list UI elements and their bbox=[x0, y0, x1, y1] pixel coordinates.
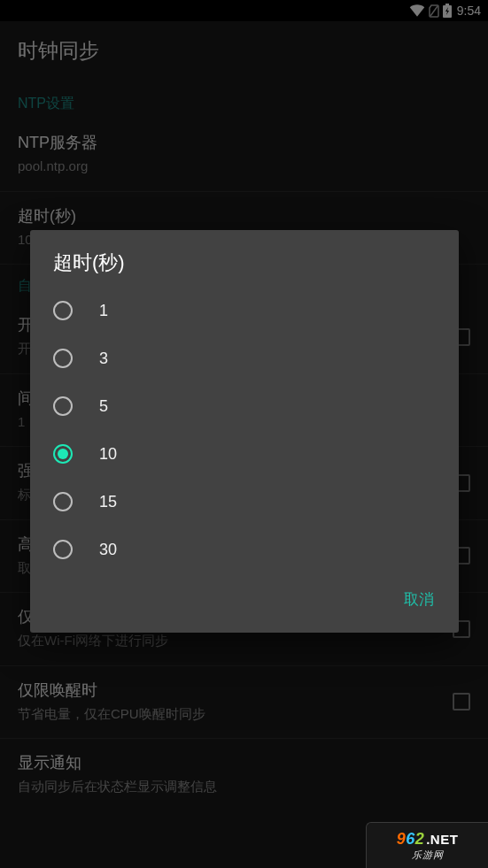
radio-icon bbox=[53, 349, 73, 368]
dialog-option-label: 10 bbox=[99, 445, 117, 464]
radio-icon bbox=[53, 540, 73, 559]
dialog-option-10[interactable]: 10 bbox=[30, 430, 459, 478]
watermark-d9: 9 bbox=[397, 830, 407, 848]
dialog-option-30[interactable]: 30 bbox=[30, 526, 459, 573]
dialog-option-15[interactable]: 15 bbox=[30, 478, 459, 526]
radio-icon bbox=[53, 396, 73, 416]
dialog-options: 135101530 bbox=[30, 287, 459, 573]
watermark-d2: 2 bbox=[415, 830, 425, 848]
radio-icon bbox=[53, 301, 73, 320]
dialog-option-label: 3 bbox=[99, 350, 108, 368]
watermark-d6: 6 bbox=[406, 830, 415, 848]
watermark-sub: 乐游网 bbox=[412, 849, 444, 862]
dialog-actions: 取消 bbox=[30, 573, 459, 626]
radio-icon bbox=[53, 492, 73, 511]
dialog-option-label: 5 bbox=[99, 397, 108, 416]
dialog-option-label: 15 bbox=[99, 493, 117, 511]
timeout-dialog: 超时(秒) 135101530 取消 bbox=[30, 230, 459, 633]
dialog-option-label: 30 bbox=[99, 541, 117, 559]
dialog-option-3[interactable]: 3 bbox=[30, 334, 459, 382]
radio-icon bbox=[53, 444, 73, 464]
dialog-title: 超时(秒) bbox=[30, 250, 459, 287]
cancel-button[interactable]: 取消 bbox=[395, 582, 443, 617]
dialog-option-5[interactable]: 5 bbox=[30, 382, 459, 430]
dialog-option-label: 1 bbox=[99, 302, 108, 320]
watermark-logo: 962.NET 乐游网 bbox=[366, 822, 488, 868]
dialog-option-1[interactable]: 1 bbox=[30, 287, 459, 334]
watermark-net: .NET bbox=[426, 832, 458, 847]
